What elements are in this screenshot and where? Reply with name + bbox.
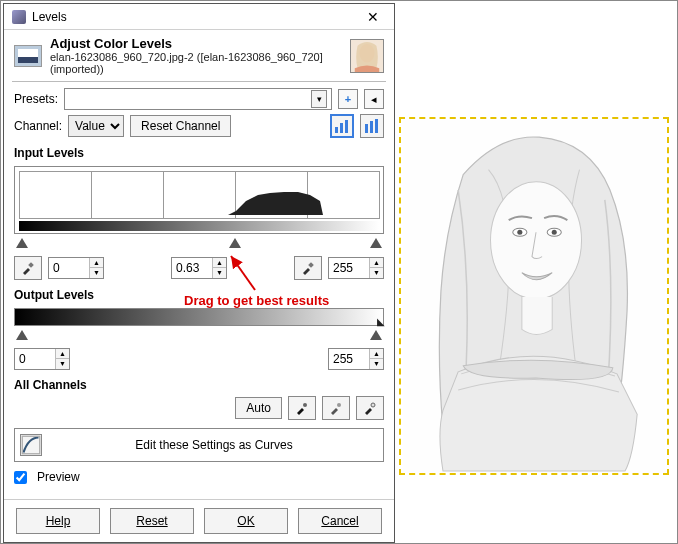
white-point-handle[interactable] <box>370 238 382 248</box>
svg-point-17 <box>337 403 341 407</box>
input-slider-track[interactable] <box>18 238 380 252</box>
help-button[interactable]: Help <box>16 508 100 534</box>
channel-select[interactable]: Value <box>68 115 124 137</box>
thumbnail <box>350 39 384 73</box>
input-white-field[interactable] <box>329 261 369 275</box>
levels-icon <box>14 45 42 67</box>
output-slider-track[interactable] <box>18 330 380 344</box>
pick-black-button[interactable] <box>288 396 316 420</box>
pick-white-button[interactable] <box>356 396 384 420</box>
presets-combo[interactable]: ▾ <box>64 88 332 110</box>
titlebar[interactable]: Levels ✕ <box>4 4 394 30</box>
input-gamma-field[interactable] <box>172 261 212 275</box>
svg-point-3 <box>517 230 522 235</box>
output-white-handle[interactable] <box>370 330 382 340</box>
page-subtitle: elan-1623086_960_720.jpg-2 ([elan-162308… <box>50 51 342 75</box>
input-black-spin[interactable]: ▲▼ <box>48 257 104 279</box>
edit-as-curves-button[interactable]: Edit these Settings as Curves <box>50 438 378 452</box>
svg-point-18 <box>371 403 375 407</box>
app-icon <box>12 10 26 24</box>
dialog-header: Adjust Color Levels elan-1623086_960_720… <box>4 30 394 79</box>
input-white-spin[interactable]: ▲▼ <box>328 257 384 279</box>
black-eyedropper-button[interactable] <box>14 256 42 280</box>
svg-rect-12 <box>370 121 373 133</box>
chevron-down-icon: ▾ <box>311 90 327 108</box>
gamma-handle[interactable] <box>229 238 241 248</box>
channel-label: Channel: <box>14 119 62 133</box>
edit-as-curves-box: Edit these Settings as Curves <box>14 428 384 462</box>
presets-label: Presets: <box>14 92 58 106</box>
svg-rect-13 <box>375 119 378 133</box>
svg-line-20 <box>231 256 255 290</box>
white-eyedropper-button[interactable] <box>294 256 322 280</box>
output-white-field[interactable] <box>329 352 369 366</box>
output-white-spin[interactable]: ▲▼ <box>328 348 384 370</box>
output-black-handle[interactable] <box>16 330 28 340</box>
canvas-preview <box>399 117 669 475</box>
ok-button[interactable]: OK <box>204 508 288 534</box>
svg-rect-15 <box>308 262 314 268</box>
black-point-handle[interactable] <box>16 238 28 248</box>
svg-point-5 <box>552 230 557 235</box>
all-channels-label: All Channels <box>14 378 384 392</box>
preview-checkbox[interactable] <box>14 471 27 484</box>
dialog-footer: Help Reset OK Cancel <box>4 499 394 542</box>
svg-point-16 <box>303 403 307 407</box>
preset-menu-button[interactable]: ◂ <box>364 89 384 109</box>
svg-rect-9 <box>340 123 343 133</box>
svg-point-1 <box>491 182 582 299</box>
log-histogram-button[interactable] <box>360 114 384 138</box>
pick-gray-button[interactable] <box>322 396 350 420</box>
page-title: Adjust Color Levels <box>50 36 342 51</box>
output-black-field[interactable] <box>15 352 55 366</box>
annotation-arrow <box>225 252 265 292</box>
preview-image <box>401 119 667 473</box>
output-black-spin[interactable]: ▲▼ <box>14 348 70 370</box>
linear-histogram-button[interactable] <box>330 114 354 138</box>
input-levels-label: Input Levels <box>14 146 384 160</box>
input-gamma-spin[interactable]: ▲▼ <box>171 257 227 279</box>
reset-button[interactable]: Reset <box>110 508 194 534</box>
annotation-text: Drag to get best results <box>184 293 329 308</box>
svg-rect-14 <box>28 262 34 268</box>
close-button[interactable]: ✕ <box>356 6 390 28</box>
svg-rect-11 <box>365 124 368 133</box>
svg-rect-10 <box>345 120 348 133</box>
histogram[interactable] <box>14 166 384 234</box>
window-title: Levels <box>32 10 67 24</box>
reset-channel-button[interactable]: Reset Channel <box>130 115 231 137</box>
input-black-field[interactable] <box>49 261 89 275</box>
auto-button[interactable]: Auto <box>235 397 282 419</box>
svg-rect-8 <box>335 127 338 133</box>
levels-dialog: Levels ✕ Adjust Color Levels elan-162308… <box>3 3 395 543</box>
curves-icon[interactable] <box>20 434 42 456</box>
cancel-button[interactable]: Cancel <box>298 508 382 534</box>
preview-label: Preview <box>37 470 80 484</box>
add-preset-button[interactable]: + <box>338 89 358 109</box>
output-gradient[interactable] <box>14 308 384 326</box>
